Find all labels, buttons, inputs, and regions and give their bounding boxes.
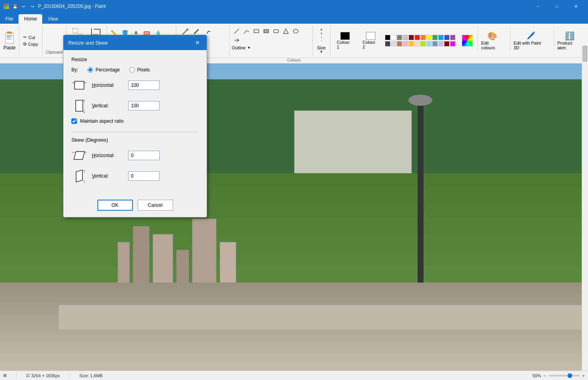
skew-h-arrows: ← → — [71, 149, 87, 155]
dialog-overlay: Resize and Skew ✕ Resize By: Percentage … — [0, 0, 588, 380]
cancel-button[interactable]: Cancel — [138, 200, 173, 211]
skew-vertical-input[interactable] — [128, 171, 160, 181]
skew-horizontal-input[interactable] — [128, 151, 160, 160]
resize-skew-dialog: Resize and Skew ✕ Resize By: Percentage … — [63, 35, 207, 217]
dialog-title: Resize and Skew — [68, 40, 108, 46]
resize-section-title: Resize — [71, 56, 199, 62]
pixels-label: Pixels — [137, 67, 150, 73]
by-label: By: — [71, 67, 78, 73]
resize-box-v — [75, 100, 83, 112]
dialog-titlebar: Resize and Skew ✕ — [63, 35, 207, 50]
vertical-label: Vertical: — [92, 103, 123, 109]
skew-box-v — [76, 170, 83, 183]
pixels-radio[interactable] — [129, 67, 135, 73]
horizontal-input[interactable] — [128, 80, 160, 90]
skew-horizontal-row: ← → Horizontal: — [71, 148, 199, 163]
percentage-radio[interactable] — [88, 67, 93, 73]
dialog-footer: OK Cancel — [63, 195, 207, 217]
skew-up: ↑ — [83, 168, 86, 174]
horizontal-label: Horizontal: — [92, 82, 123, 88]
skew-v-icon: ↑ ↓ — [71, 168, 87, 184]
skew-right: → — [82, 149, 87, 155]
percentage-option[interactable]: Percentage — [88, 67, 119, 73]
vertical-icon-wrapper: ↑ ↓ — [71, 98, 87, 114]
divider — [71, 132, 199, 132]
skew-horizontal-label: Horizontal: — [92, 153, 123, 158]
radio-row: By: Percentage Pixels — [71, 67, 199, 73]
dialog-close-button[interactable]: ✕ — [193, 38, 202, 47]
v-arrows: ↑ ↓ — [83, 98, 86, 114]
pixels-option[interactable]: Pixels — [129, 67, 150, 73]
aspect-ratio-row: Maintain aspect ratio — [71, 118, 199, 124]
horizontal-resize-row: ← → Horizontal: — [71, 77, 199, 93]
vertical-resize-row: ↑ ↓ Vertical: — [71, 98, 199, 114]
skew-section-title: Skew (Degrees) — [71, 137, 199, 143]
left-arrow: ← — [71, 80, 77, 85]
skew-down: ↓ — [83, 178, 86, 184]
percentage-label: Percentage — [95, 67, 119, 73]
h-arrows: ← → — [71, 80, 87, 85]
horizontal-resize-icon: ← → — [71, 77, 87, 93]
skew-h-icon: ← → — [71, 148, 87, 163]
right-arrow: → — [82, 80, 87, 85]
skew-vertical-row: ↑ ↓ Vertical: — [71, 168, 199, 184]
skew-h-wrapper: ← → — [71, 148, 87, 163]
aspect-ratio-label[interactable]: Maintain aspect ratio — [80, 118, 124, 124]
vertical-input[interactable] — [128, 101, 160, 110]
skew-v-arrows: ↑ ↓ — [83, 168, 86, 184]
aspect-ratio-checkbox[interactable] — [71, 118, 77, 124]
up-arrow: ↑ — [83, 98, 86, 103]
skew-left: ← — [71, 149, 77, 155]
skew-vertical-label: Vertical: — [92, 173, 123, 179]
down-arrow: ↓ — [83, 108, 86, 114]
horizontal-icon-wrapper: ← → — [71, 78, 87, 92]
dialog-body: Resize By: Percentage Pixels — [63, 50, 207, 195]
ok-button[interactable]: OK — [97, 200, 133, 211]
